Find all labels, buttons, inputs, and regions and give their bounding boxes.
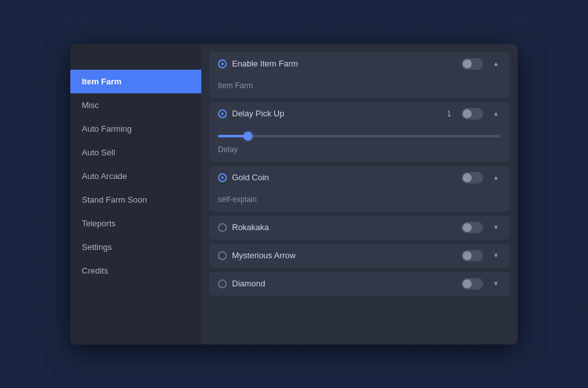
- panel-chevron-diamond[interactable]: ▼: [491, 279, 501, 289]
- panel-icon-mysterious-arrow: [218, 251, 227, 260]
- panel-toggle-diamond[interactable]: [461, 278, 483, 290]
- sidebar-item-teleports[interactable]: Teleports: [70, 212, 201, 235]
- panel-body-enable-item-farm: Item Farm: [209, 76, 510, 98]
- panel-toggle-gold-coin[interactable]: [461, 172, 483, 183]
- panel-icon-diamond: [218, 279, 227, 288]
- panel-toggle-delay-pick-up[interactable]: [461, 108, 483, 120]
- panel-body-delay-pick-up: Delay: [209, 126, 510, 162]
- panel-header-diamond[interactable]: Diamond▼: [209, 272, 510, 296]
- sidebar-nav: Item FarmMiscAuto FarmingAuto SellAuto A…: [70, 70, 201, 283]
- panel-header-rokakaka[interactable]: Rokakaka▼: [209, 215, 510, 240]
- panel-chevron-delay-pick-up[interactable]: ▲: [491, 109, 501, 119]
- panel-header-gold-coin[interactable]: Gold Coin▲: [209, 166, 510, 190]
- sidebar-item-settings[interactable]: Settings: [70, 235, 201, 259]
- panel-toggle-rokakaka[interactable]: [461, 222, 483, 233]
- panel-toggle-mysterious-arrow[interactable]: [461, 250, 483, 261]
- panel-icon-gold-coin: [218, 173, 227, 182]
- panel-label-diamond: Diamond: [232, 279, 456, 288]
- panel-toggle-enable-item-farm[interactable]: [461, 58, 483, 70]
- sidebar-item-misc[interactable]: Misc: [70, 93, 201, 117]
- panel-value-delay-pick-up: 1: [447, 109, 451, 118]
- panel-gold-coin: Gold Coin▲self-explain: [209, 166, 510, 212]
- panel-label-enable-item-farm: Enable Item Farm: [232, 59, 456, 68]
- sidebar-item-credits[interactable]: Credits: [70, 259, 201, 283]
- main-content: Enable Item Farm▲Item FarmDelay Pick Up1…: [201, 44, 518, 345]
- panel-chevron-gold-coin[interactable]: ▲: [491, 173, 501, 183]
- sidebar-item-auto-sell[interactable]: Auto Sell: [70, 141, 201, 164]
- panel-chevron-enable-item-farm[interactable]: ▲: [491, 59, 501, 69]
- sidebar-item-auto-arcade[interactable]: Auto Arcade: [70, 164, 201, 188]
- sidebar: Item FarmMiscAuto FarmingAuto SellAuto A…: [70, 44, 201, 345]
- slider-container-delay-pick-up: [218, 130, 501, 144]
- panel-rokakaka: Rokakaka▼: [209, 215, 510, 240]
- panel-icon-delay-pick-up: [218, 109, 227, 118]
- sidebar-item-item-farm[interactable]: Item Farm: [70, 70, 201, 93]
- slider-thumb-delay-pick-up[interactable]: [244, 132, 252, 141]
- panel-mysterious-arrow: Mysterious Arrow▼: [209, 244, 510, 268]
- panel-label-mysterious-arrow: Mysterious Arrow: [232, 251, 456, 260]
- panel-enable-item-farm: Enable Item Farm▲Item Farm: [209, 52, 510, 98]
- panel-chevron-rokakaka[interactable]: ▼: [491, 222, 501, 233]
- panel-description-gold-coin: self-explain: [218, 194, 501, 204]
- panel-header-mysterious-arrow[interactable]: Mysterious Arrow▼: [209, 244, 510, 268]
- panel-chevron-mysterious-arrow[interactable]: ▼: [491, 251, 501, 261]
- panel-icon-enable-item-farm: [218, 59, 227, 68]
- app-window: Item FarmMiscAuto FarmingAuto SellAuto A…: [70, 44, 518, 345]
- panel-header-enable-item-farm[interactable]: Enable Item Farm▲: [209, 52, 510, 76]
- slider-fill-delay-pick-up: [218, 135, 246, 137]
- sidebar-item-stand-farm-soon[interactable]: Stand Farm Soon: [70, 188, 201, 212]
- panel-description-enable-item-farm: Item Farm: [218, 80, 501, 90]
- panel-icon-rokakaka: [218, 223, 227, 232]
- sidebar-logo: [70, 58, 201, 70]
- panel-diamond: Diamond▼: [209, 272, 510, 296]
- panel-header-delay-pick-up[interactable]: Delay Pick Up1▲: [209, 102, 510, 126]
- panel-label-gold-coin: Gold Coin: [232, 173, 456, 182]
- slider-track-delay-pick-up[interactable]: [218, 135, 501, 137]
- panel-description-delay-pick-up: Delay: [218, 144, 501, 154]
- sidebar-item-auto-farming[interactable]: Auto Farming: [70, 117, 201, 141]
- panel-body-gold-coin: self-explain: [209, 190, 510, 212]
- panel-label-rokakaka: Rokakaka: [232, 222, 456, 232]
- panel-label-delay-pick-up: Delay Pick Up: [232, 109, 442, 118]
- panel-delay-pick-up: Delay Pick Up1▲Delay: [209, 102, 510, 162]
